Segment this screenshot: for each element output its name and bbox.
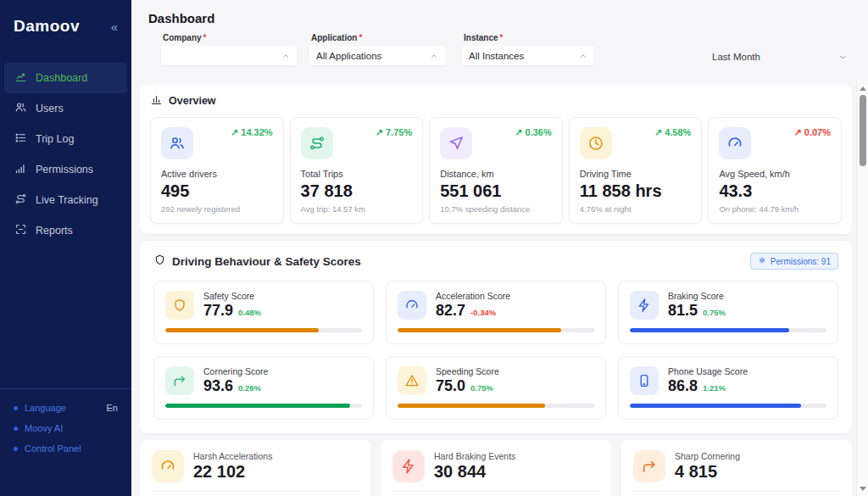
score-label: Acceleration Score bbox=[436, 291, 510, 301]
per-trip-row: Per trip 0.13 ↘-0.03 (-18.75%) bbox=[633, 491, 840, 496]
change-badge: ↗0.36% bbox=[515, 127, 551, 138]
stat-subtext: Avg trip: 14.57 km bbox=[301, 204, 413, 214]
collapse-sidebar-icon[interactable]: « bbox=[111, 20, 118, 34]
event-card-hard-braking: Hard Braking Events 30 844 Per trip 0.82 bbox=[381, 440, 611, 496]
company-select[interactable] bbox=[161, 46, 297, 65]
warning-triangle-icon bbox=[398, 366, 426, 395]
event-card-harsh-accelerations: Harsh Accelerations 22 102 Per trip 0.58… bbox=[140, 440, 370, 496]
bullet-icon bbox=[14, 426, 18, 431]
trend-arrow-icon: ↗ bbox=[515, 127, 522, 138]
score-card-safety: Safety Score 77.9 0.48% bbox=[153, 281, 374, 344]
sidebar-item-label: Live Tracking bbox=[36, 194, 98, 206]
reports-icon bbox=[14, 223, 27, 238]
required-mark: * bbox=[359, 33, 362, 42]
users-icon bbox=[14, 101, 27, 116]
change-badge: ↗4.58% bbox=[654, 127, 691, 138]
score-progress-fill bbox=[398, 404, 545, 408]
score-progress-fill bbox=[398, 328, 561, 332]
scroll-down-arrow-icon[interactable] bbox=[860, 487, 866, 491]
score-progress-bar bbox=[398, 404, 594, 408]
event-label: Hard Braking Events bbox=[434, 451, 515, 461]
stat-label: Driving Time bbox=[580, 169, 692, 179]
sidebar-item-reports[interactable]: Reports bbox=[4, 215, 127, 246]
gear-icon bbox=[758, 256, 766, 266]
content: Overview ↗14.32% Active drivers 495 292 … bbox=[131, 81, 856, 496]
event-card-sharp-cornering: Sharp Cornering 4 815 Per trip 0.13 ↘-0.… bbox=[621, 440, 852, 496]
overview-header: Overview bbox=[150, 93, 842, 109]
overview-title: Overview bbox=[169, 95, 216, 107]
language-link[interactable]: Language En bbox=[0, 399, 131, 416]
language-value[interactable]: En bbox=[107, 403, 118, 413]
score-label: Phone Usage Score bbox=[668, 366, 748, 376]
required-mark: * bbox=[203, 33, 207, 42]
app-window: Damoov « Dashboard Users Trip Log Permis… bbox=[0, 0, 868, 496]
score-value: 75.0 bbox=[436, 377, 465, 395]
score-progress-bar bbox=[165, 404, 362, 408]
instance-label: Instance bbox=[464, 33, 498, 42]
application-select[interactable]: All Applications bbox=[309, 46, 445, 65]
trend-arrow-icon: ↗ bbox=[376, 127, 383, 138]
lightning-icon bbox=[392, 450, 425, 482]
sidebar-item-label: Dashboard bbox=[36, 72, 87, 84]
phone-icon bbox=[630, 366, 659, 395]
score-change: 1.21% bbox=[703, 383, 726, 393]
event-label: Harsh Accelerations bbox=[193, 451, 272, 461]
change-badge: ↗7.75% bbox=[376, 127, 412, 138]
sidebar-footer: Language En Moovy AI Control Panel bbox=[0, 388, 131, 496]
sidebar-item-dashboard[interactable]: Dashboard bbox=[4, 63, 127, 93]
logo-row: Damoov « bbox=[0, 0, 131, 51]
stat-card-total-trips: ↗7.75% Total Trips 37 818 Avg trip: 14.5… bbox=[290, 117, 424, 224]
sidebar-item-label: Reports bbox=[36, 225, 73, 237]
sidebar-item-trip-log[interactable]: Trip Log bbox=[4, 124, 127, 154]
sidebar-item-live-tracking[interactable]: Live Tracking bbox=[4, 185, 127, 215]
period-select[interactable]: Last Month bbox=[712, 52, 848, 62]
navigation-icon bbox=[440, 127, 472, 159]
topbar: Dashboard Company* Application* All Appl… bbox=[131, 0, 868, 81]
score-progress-fill bbox=[165, 328, 319, 332]
score-value: 82.7 bbox=[436, 302, 465, 320]
company-filter: Company* bbox=[161, 33, 297, 65]
stat-card-active-drivers: ↗14.32% Active drivers 495 292 newely re… bbox=[150, 117, 284, 224]
vertical-scrollbar[interactable] bbox=[856, 81, 868, 496]
stat-subtext: On phone: 44.79 km/h bbox=[719, 204, 831, 214]
score-card-acceleration: Acceleration Score 82.7 -0.34% bbox=[386, 281, 606, 344]
score-progress-bar bbox=[398, 328, 594, 332]
sidebar-divider bbox=[0, 388, 131, 389]
score-progress-bar bbox=[165, 328, 362, 332]
score-value: 93.6 bbox=[203, 377, 233, 395]
moovy-ai-link[interactable]: Moovy AI bbox=[0, 420, 131, 437]
caret-up-icon bbox=[430, 52, 438, 60]
score-card-speeding: Speeding Score 75.0 0.75% bbox=[386, 356, 606, 420]
stat-value: 495 bbox=[161, 181, 273, 201]
event-value: 4 815 bbox=[675, 462, 740, 482]
stat-label: Avg Speed, km/h bbox=[719, 169, 831, 179]
per-trip-row: Per trip 0.58 ↘-0.04 (-6.45%) bbox=[152, 491, 359, 496]
scroll-up-arrow-icon[interactable] bbox=[860, 86, 866, 91]
score-value: 86.8 bbox=[668, 377, 698, 395]
trend-arrow-icon: ↗ bbox=[654, 127, 662, 138]
stat-value: 11 858 hrs bbox=[580, 181, 692, 201]
control-panel-link[interactable]: Control Panel bbox=[0, 440, 131, 457]
instance-select[interactable]: All Instances bbox=[462, 46, 594, 65]
stat-card-distance: ↗0.36% Distance, km 551 061 10.7% speedi… bbox=[429, 117, 563, 224]
score-grid: Safety Score 77.9 0.48% bbox=[153, 281, 838, 420]
score-change: 0.75% bbox=[703, 308, 726, 317]
sidebar-item-permissions[interactable]: Permissions bbox=[4, 154, 127, 185]
control-panel-label: Control Panel bbox=[25, 443, 81, 454]
application-label: Application bbox=[311, 33, 357, 42]
stat-card-avg-speed: ↗0.07% Avg Speed, km/h 43.3 On phone: 44… bbox=[708, 117, 842, 224]
sidebar-spacer bbox=[0, 246, 131, 388]
permissions-badge[interactable]: Permissions: 91 bbox=[750, 253, 838, 270]
route-icon bbox=[14, 192, 27, 208]
event-value: 30 844 bbox=[434, 462, 515, 482]
damoov-logo: Damoov bbox=[14, 17, 80, 36]
score-card-phone-usage: Phone Usage Score 86.8 1.21% bbox=[618, 356, 838, 420]
score-label: Braking Score bbox=[668, 291, 726, 301]
dashboard-chart-icon bbox=[14, 70, 27, 86]
scrollbar-thumb[interactable] bbox=[860, 95, 866, 166]
score-change: -0.34% bbox=[470, 308, 496, 317]
sidebar-item-users[interactable]: Users bbox=[4, 93, 127, 124]
sidebar-nav: Dashboard Users Trip Log Permissions Liv… bbox=[0, 63, 131, 246]
stat-label: Distance, km bbox=[440, 169, 552, 179]
trend-arrow-icon: ↗ bbox=[794, 127, 802, 138]
